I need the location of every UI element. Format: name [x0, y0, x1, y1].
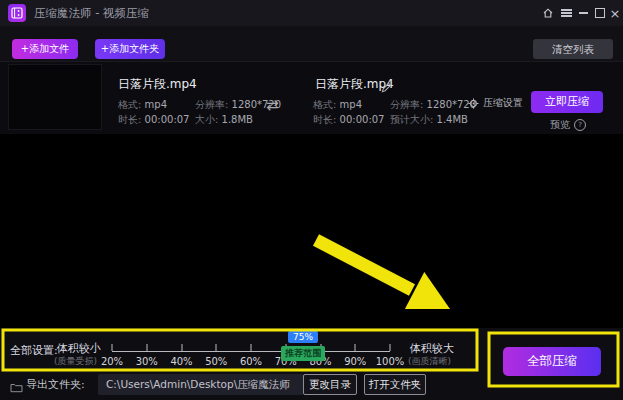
smaller-size-sublabel: (质量受损) — [54, 355, 97, 368]
tick-label: 50% — [205, 356, 227, 367]
compression-level-slider[interactable]: 20% 30% 40% 50% 60% 70% 80% 90% 100% 推荐范… — [108, 328, 394, 372]
export-path-input[interactable] — [98, 374, 304, 395]
hamburger-icon — [561, 8, 572, 19]
change-directory-button[interactable]: 更改目录 — [303, 374, 357, 395]
toolbar: +添加文件 +添加文件夹 清空列表 — [0, 26, 623, 61]
tick-label: 100% — [376, 356, 405, 367]
help-circle-icon: ? — [574, 119, 586, 131]
target-resolution: 分辨率: 1280*720 — [390, 98, 476, 112]
add-file-button[interactable]: +添加文件 — [12, 39, 78, 59]
tick-label: 40% — [170, 356, 192, 367]
tick-label: 20% — [101, 356, 123, 367]
home-icon — [542, 7, 554, 19]
menu-button[interactable] — [557, 0, 575, 26]
smaller-size-label: 体积较小 — [57, 341, 101, 356]
larger-size-sublabel: (画质清晰) — [408, 355, 451, 368]
pencil-icon — [381, 82, 392, 93]
target-est-size: 预计大小: 1.4MB — [390, 113, 468, 127]
tick-label: 30% — [136, 356, 158, 367]
target-duration: 时长: 00:00:07 — [313, 113, 384, 127]
video-thumbnail[interactable] — [8, 64, 102, 130]
slider-value-tooltip: 75% — [288, 331, 318, 343]
export-folder-label: 导出文件夹: — [26, 377, 85, 392]
minimize-button[interactable] — [574, 0, 592, 26]
gear-icon — [468, 98, 479, 109]
file-list-empty-area — [0, 134, 623, 328]
recommended-range-badge[interactable]: 推荐范围 — [281, 346, 325, 361]
all-settings-label: 全部设置: — [10, 343, 58, 358]
edit-name-button[interactable] — [381, 78, 392, 97]
larger-size-label: 体积较大 — [410, 341, 454, 356]
titlebar: 压缩魔法师 - 视频压缩 × — [0, 0, 623, 26]
file-list-row: 日落片段.mp4 格式: mp4 分辨率: 1280*720 时长: 00:00… — [0, 61, 623, 134]
source-duration: 时长: 00:00:07 — [118, 113, 189, 127]
source-file-name: 日落片段.mp4 — [118, 76, 197, 93]
slider-track[interactable] — [112, 351, 390, 352]
close-button[interactable]: × — [606, 0, 623, 26]
compress-all-button[interactable]: 全部压缩 — [503, 347, 601, 376]
maximize-icon — [595, 8, 605, 18]
swap-arrows-icon: ⇄ — [266, 96, 279, 114]
app-window: 压缩魔法师 - 视频压缩 × +添加文件 +添加文件夹 清空列表 日落片段.mp… — [0, 0, 623, 400]
export-folder-icon — [10, 378, 23, 397]
source-size: 大小: 1.8MB — [195, 113, 253, 127]
add-folder-button[interactable]: +添加文件夹 — [95, 39, 165, 59]
tick-label: 60% — [240, 356, 262, 367]
compression-settings-button[interactable]: 压缩设置 — [468, 96, 523, 110]
window-title: 压缩魔法师 - 视频压缩 — [34, 6, 149, 21]
close-icon: × — [610, 7, 621, 20]
compress-now-button[interactable]: 立即压缩 — [531, 91, 603, 113]
tick-label: 90% — [344, 356, 366, 367]
minimize-icon — [579, 12, 588, 14]
open-folder-button[interactable]: 打开文件夹 — [364, 374, 426, 395]
source-format: 格式: mp4 — [118, 98, 167, 112]
clear-list-button[interactable]: 清空列表 — [533, 39, 613, 59]
home-button[interactable] — [539, 0, 557, 26]
target-format: 格式: mp4 — [313, 98, 362, 112]
app-logo-icon — [8, 4, 26, 22]
preview-link[interactable]: 预览 ? — [550, 118, 586, 132]
